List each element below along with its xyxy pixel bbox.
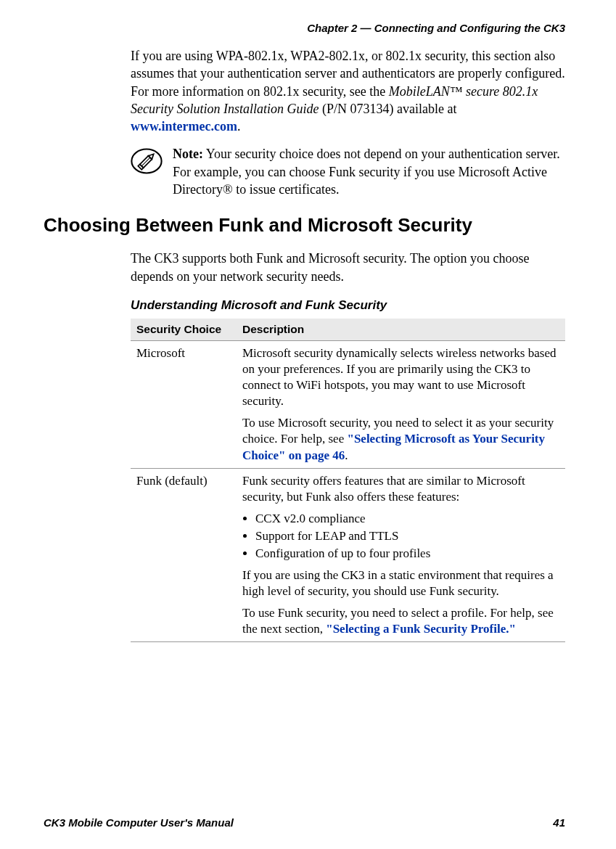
list-item: Support for LEAP and TTLS — [255, 528, 559, 544]
page-number: 41 — [553, 816, 565, 829]
table-row: Funk (default) Funk security offers feat… — [131, 468, 565, 642]
section-heading: Choosing Between Funk and Microsoft Secu… — [44, 214, 565, 237]
intro-paragraph: If you are using WPA-802.1x, WPA2-802.1x… — [131, 47, 565, 135]
note-block: Note: Your security choice does not depe… — [131, 145, 565, 198]
funk-desc-p3: To use Funk security, you need to select… — [242, 605, 559, 637]
cell-choice-funk: Funk (default) — [131, 468, 237, 642]
note-text: Note: Your security choice does not depe… — [173, 145, 565, 198]
intermec-link[interactable]: www.intermec.com — [131, 119, 237, 134]
funk-desc-p2: If you are using the CK3 in a static env… — [242, 567, 559, 599]
funk-bullets: CCX v2.0 compliance Support for LEAP and… — [242, 511, 559, 562]
funk-desc-p1: Funk security offers features that are s… — [242, 473, 559, 505]
table-header-choice: Security Choice — [131, 319, 237, 341]
note-label: Note: — [173, 147, 203, 161]
table-header-desc: Description — [237, 319, 565, 341]
intro-text-3: . — [237, 119, 241, 134]
ms-desc-p2b: . — [345, 448, 348, 462]
cell-choice-microsoft: Microsoft — [131, 340, 237, 468]
cell-desc-microsoft: Microsoft security dynamically selects w… — [237, 340, 565, 468]
table-title: Understanding Microsoft and Funk Securit… — [131, 298, 565, 313]
intro-text-2: (P/N 073134) available at — [319, 102, 456, 116]
security-table: Security Choice Description Microsoft Mi… — [131, 319, 565, 643]
section-intro: The CK3 supports both Funk and Microsoft… — [131, 250, 565, 285]
funk-profile-link[interactable]: "Selecting a Funk Security Profile." — [326, 622, 516, 636]
cell-desc-funk: Funk security offers features that are s… — [237, 468, 565, 642]
list-item: Configuration of up to four profiles — [255, 546, 559, 562]
note-body: Your security choice does not depend on … — [173, 147, 560, 197]
list-item: CCX v2.0 compliance — [255, 511, 559, 527]
footer-title: CK3 Mobile Computer User's Manual — [44, 816, 234, 829]
running-head: Chapter 2 — Connecting and Configuring t… — [44, 22, 565, 34]
pencil-icon — [131, 145, 165, 181]
page-footer: CK3 Mobile Computer User's Manual 41 — [44, 816, 565, 829]
ms-desc-p1: Microsoft security dynamically selects w… — [242, 345, 559, 409]
table-row: Microsoft Microsoft security dynamically… — [131, 340, 565, 468]
ms-desc-p2: To use Microsoft security, you need to s… — [242, 415, 559, 463]
